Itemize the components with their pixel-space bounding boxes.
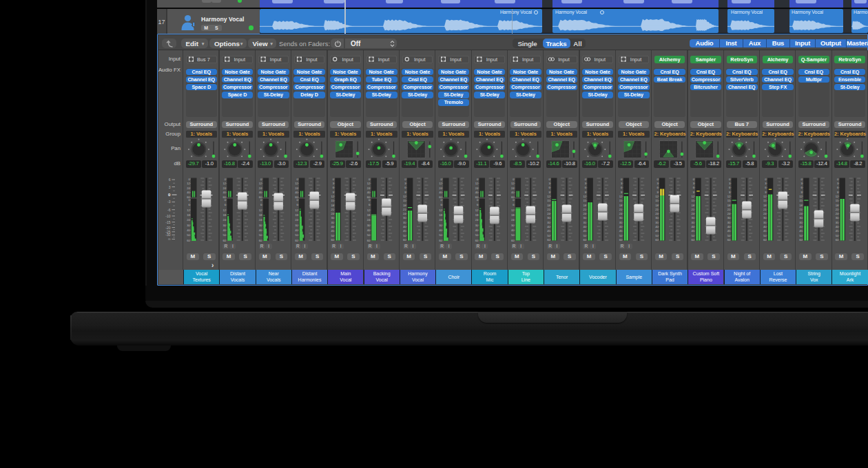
svg-text:24: 24 [366,218,370,222]
svg-text:50: 50 [835,234,838,237]
svg-text:12: 12 [510,182,514,185]
svg-text:40: 40 [439,228,442,232]
svg-text:40: 40 [331,225,334,228]
svg-text:35: 35 [331,221,334,224]
svg-text:50: 50 [295,233,298,237]
svg-text:60: 60 [655,238,659,242]
svg-text:30: 30 [475,224,478,227]
svg-text:12: 12 [258,182,262,185]
svg-text:24: 24 [295,218,298,222]
svg-text:35: 35 [619,221,622,224]
svg-text:50: 50 [619,234,622,237]
svg-text:40: 40 [187,228,190,232]
svg-text:15: 15 [403,199,406,202]
svg-text:12: 12 [475,209,478,212]
svg-text:18: 18 [547,204,550,207]
svg-text:40: 40 [547,225,550,228]
svg-text:35: 35 [763,221,767,224]
svg-text:12: 12 [295,209,298,212]
svg-text:60: 60 [295,239,298,242]
svg-text:45: 45 [403,229,406,233]
svg-text:40: 40 [510,228,514,232]
svg-text:40: 40 [619,225,622,228]
svg-text:40: 40 [655,225,659,228]
svg-text:-20: -20 [165,226,170,230]
svg-text:24: 24 [439,187,442,190]
svg-text:18: 18 [583,204,586,207]
svg-text:40: 40 [258,228,262,232]
svg-text:12: 12 [403,195,406,198]
svg-text:60: 60 [547,238,550,242]
svg-text:30: 30 [835,216,838,220]
svg-text:-10: -10 [165,214,170,218]
svg-text:15: 15 [763,199,767,202]
svg-text:24: 24 [619,212,622,215]
svg-text:-30: -30 [165,233,170,237]
svg-text:30: 30 [763,216,767,220]
svg-text:24: 24 [403,212,406,215]
svg-text:18: 18 [691,204,694,207]
svg-text:45: 45 [619,229,622,233]
svg-text:35: 35 [835,221,838,224]
svg-text:40: 40 [366,191,370,194]
svg-text:12: 12 [655,195,659,198]
svg-text:15: 15 [583,199,586,202]
svg-text:60: 60 [619,238,622,242]
svg-text:15: 15 [655,199,659,202]
svg-text:18: 18 [510,213,514,217]
svg-text:18: 18 [439,213,442,217]
svg-text:60: 60 [763,238,767,242]
svg-text:60: 60 [223,239,226,242]
svg-text:18: 18 [223,213,226,217]
svg-text:30: 30 [403,216,406,220]
svg-text:12: 12 [547,195,550,198]
svg-text:18: 18 [475,213,478,217]
svg-text:60: 60 [439,239,442,242]
svg-text:12: 12 [583,195,586,198]
svg-text:∞: ∞ [167,237,170,241]
svg-text:21: 21 [583,208,586,211]
svg-text:12: 12 [691,195,694,198]
svg-text:30: 30 [223,224,226,227]
svg-text:50: 50 [366,233,370,237]
svg-text:24: 24 [475,187,478,190]
svg-text:30: 30 [799,216,803,220]
svg-text:12: 12 [366,182,370,185]
svg-text:45: 45 [655,229,659,233]
svg-text:40: 40 [295,228,298,232]
svg-text:21: 21 [619,208,622,211]
svg-text:35: 35 [403,221,406,224]
svg-text:15: 15 [547,199,550,202]
svg-text:21: 21 [691,208,694,211]
svg-text:40: 40 [403,225,406,228]
svg-text:24: 24 [835,212,838,215]
svg-text:60: 60 [403,238,406,242]
svg-text:60: 60 [331,238,334,242]
svg-text:30: 30 [366,224,370,227]
svg-text:40: 40 [583,225,586,228]
svg-text:35: 35 [583,221,586,224]
svg-text:12: 12 [475,182,478,185]
svg-text:3: 3 [168,185,170,189]
svg-text:50: 50 [583,234,586,237]
svg-text:40: 40 [258,191,262,194]
svg-text:18: 18 [331,204,334,207]
svg-text:18: 18 [619,204,622,207]
svg-text:50: 50 [439,233,442,237]
svg-text:50: 50 [475,233,478,237]
svg-text:21: 21 [655,208,659,211]
svg-text:40: 40 [295,191,298,194]
svg-text:50: 50 [691,234,694,237]
svg-text:12: 12 [187,182,190,185]
svg-text:24: 24 [258,187,262,190]
svg-text:30: 30 [258,224,262,227]
svg-text:50: 50 [547,234,550,237]
svg-text:50: 50 [763,234,767,237]
svg-text:50: 50 [727,234,730,237]
svg-text:60: 60 [691,238,694,242]
svg-text:12: 12 [295,182,298,185]
svg-text:12: 12 [727,195,730,198]
svg-text:24: 24 [187,218,190,222]
svg-text:60: 60 [799,238,803,242]
svg-text:45: 45 [799,229,803,233]
